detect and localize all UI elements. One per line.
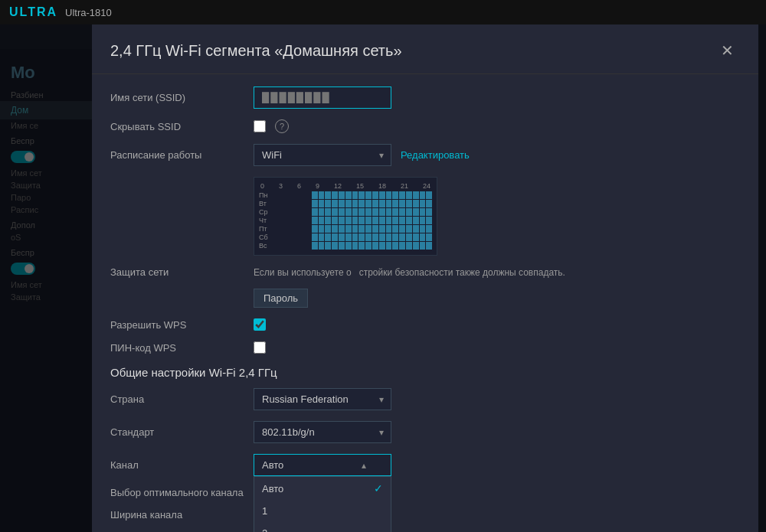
hide-ssid-row: Скрывать SSID ? [110,119,740,133]
chart-bar [312,242,318,250]
chart-bar [325,225,331,233]
wps-pin-checkbox[interactable] [254,341,266,354]
chart-bar [413,208,419,216]
chart-bar [285,200,291,207]
channel-option[interactable]: 1 [254,500,391,522]
chart-bars [271,242,432,250]
hide-ssid-checkbox[interactable] [254,120,266,132]
chart-bar [345,217,352,224]
chart-bar [399,233,405,241]
chart-bar [291,200,297,207]
wps-pin-row: ПИН-код WPS [110,341,740,354]
standard-select-wrapper[interactable]: 802.11b/g/n [254,421,391,443]
chart-bar [420,191,426,199]
chart-bar [392,225,398,233]
chart-bars [271,208,432,216]
chart-bar [278,225,284,233]
password-label-row: Пароль [254,289,740,308]
help-icon[interactable]: ? [275,119,289,133]
chart-bar [285,208,291,216]
chart-bar [319,233,325,241]
chart-bar [365,200,372,207]
ssid-label: Имя сети (SSID) [110,92,244,103]
chart-bar [285,217,291,224]
chart-row: Ср [259,208,432,216]
chart-bar [413,242,419,250]
channel-option-label: 2 [262,527,267,532]
chart-bar [325,242,331,250]
chart-bar [372,191,378,199]
chart-bar [358,233,365,241]
chart-bar [298,233,304,241]
channel-dropdown-list[interactable]: Авто✓12345 [254,476,391,532]
wps-pin-label: ПИН-код WPS [110,342,244,354]
chart-bar [312,208,318,216]
chart-bar [379,225,385,233]
chart-bar [345,233,352,241]
chart-bar [271,233,277,241]
chart-bar [305,208,311,216]
channel-option[interactable]: Авто✓ [254,477,391,500]
chart-bar [426,242,432,250]
chart-bar [278,242,284,250]
chart-bar [426,200,432,207]
chart-bar [325,208,331,216]
standard-select[interactable]: 802.11b/g/n [254,421,391,443]
chart-bar [413,225,419,233]
modal-close-button[interactable]: ✕ [715,38,740,63]
chart-bar [271,208,277,216]
schedule-select-wrapper[interactable]: WiFi Всегда Никогда [254,144,391,166]
allow-wps-checkbox[interactable] [254,318,266,331]
chart-bar [345,208,352,216]
chart-bar [420,242,426,250]
chart-bar [386,225,392,233]
chart-row: Пн [259,191,432,199]
schedule-chart: 03691215182124 ПнВтСрЧтПтСбВс [254,177,437,256]
chart-bar [358,208,365,216]
chart-bar [278,200,284,207]
chart-bar [392,208,398,216]
channel-selected[interactable]: Авто ▴ [254,454,391,476]
chart-bar [325,191,331,199]
chart-bar [345,225,352,233]
chart-bar [406,242,412,250]
chart-bar [365,225,372,233]
chart-bar [339,191,345,199]
country-select[interactable]: Russian Federation [254,388,391,410]
chart-bar [399,242,405,250]
allow-wps-label: Разрешить WPS [110,319,244,331]
channel-option[interactable]: 2 [254,522,391,532]
chart-bar [312,191,318,199]
chart-bar [305,200,311,207]
security-label: Защита сети [110,266,244,278]
chart-day-label: Вт [259,200,271,207]
channel-width-label: Ширина канала [110,509,244,521]
chart-bar [332,217,338,224]
chart-bar [420,225,426,233]
modal-title: 2,4 ГГц Wi-Fi сегмента «Домашняя сеть» [110,42,402,60]
chart-bar [291,217,297,224]
chart-day-label: Пт [259,225,271,233]
chart-day-label: Ср [259,208,271,216]
schedule-select[interactable]: WiFi Всегда Никогда [254,144,391,166]
channel-dropdown[interactable]: Авто ▴ Авто✓12345 [254,454,391,476]
chart-bar [271,225,277,233]
country-select-wrapper[interactable]: Russian Federation [254,388,391,410]
ssid-input[interactable] [254,86,391,109]
chart-hours: 03691215182124 [259,182,432,190]
chart-bar [365,217,372,224]
chart-bar [345,242,352,250]
chart-day-label: Сб [259,233,271,241]
schedule-edit-link[interactable]: Редактировать [401,149,470,161]
chart-bar [345,191,352,199]
chart-bar [365,208,372,216]
chart-bar [426,191,432,199]
chart-bar [319,242,325,250]
chart-bar [372,200,378,207]
password-button[interactable]: Пароль [254,289,308,308]
wps-checkbox-wrap [254,318,266,331]
chart-bar [358,200,365,207]
channel-selected-value: Авто [262,459,283,471]
general-settings-heading: Общие настройки Wi-Fi 2,4 ГГц [110,366,740,379]
chart-bar [420,208,426,216]
